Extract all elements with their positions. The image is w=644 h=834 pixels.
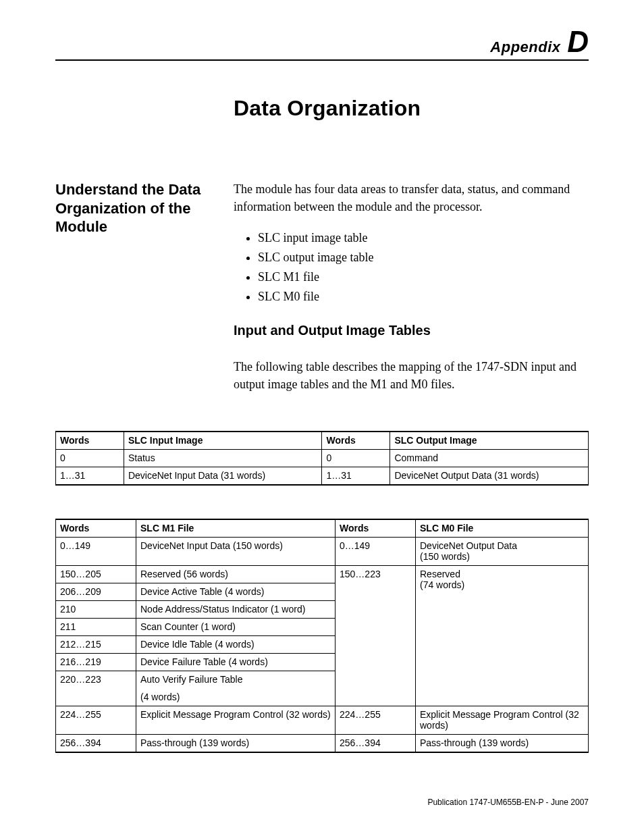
table-cell: Device Active Table (4 words) [136,583,336,601]
table-cell: Command [390,450,589,467]
table-cell-line: Reserved [420,569,460,579]
table-cell: 256…394 [56,735,136,753]
table-cell: Explicit Message Program Control (32 wor… [416,706,589,735]
table-cell-line: (150 words) [420,551,470,562]
section-body: The module has four data areas to transf… [234,180,587,308]
table-cell: Pass-through (139 words) [416,735,589,753]
table-cell-line: DeviceNet Output Data [420,540,517,551]
table-header: Words [322,432,390,450]
table-cell-line: (74 words) [420,579,464,590]
table-header: SLC M1 File [136,519,336,538]
table-cell: 212…215 [56,636,136,654]
table-cell: Node Address/Status Indicator (1 word) [136,601,336,619]
bullet-item: SLC input image table [258,229,587,246]
table-cell: 1…31 [322,467,390,486]
table-cell: Scan Counter (1 word) [136,619,336,636]
table-cell: 206…209 [56,583,136,601]
table-cell: Pass-through (139 words) [136,735,336,753]
section-heading: Understand the Data Organization of the … [55,180,224,236]
appendix-word: Appendix [490,38,560,55]
table-io-image: Words SLC Input Image Words SLC Output I… [55,431,589,486]
table-cell: 224…255 [56,706,136,735]
table-cell-line: Auto Verify Failure Table [140,674,243,685]
table-header: Words [56,519,136,538]
table-cell: Device Idle Table (4 words) [136,636,336,654]
table-cell: Explicit Message Program Control (32 wor… [136,706,336,735]
table-cell: 150…205 [56,566,136,583]
table-cell: 211 [56,619,136,636]
table-header: SLC M0 File [416,519,589,538]
table-cell: 224…255 [336,706,416,735]
bullet-item: SLC output image table [258,249,587,266]
table-cell: Reserved (74 words) [416,566,589,706]
table-cell-line: (4 words) [140,692,331,702]
header-rule: Appendix D [55,32,589,61]
table-cell: 150…223 [336,566,416,706]
subsection-heading: Input and Output Image Tables [234,323,431,338]
appendix-label: Appendix D [490,27,589,57]
table-cell: 210 [56,601,136,619]
appendix-letter: D [567,25,589,58]
footer-text: Publication 1747-UM655B-EN-P - June 2007 [427,798,589,807]
chapter-title: Data Organization [234,96,421,121]
table-header: SLC Output Image [390,432,589,450]
table-cell: 1…31 [56,467,124,486]
table-cell: DeviceNet Output Data (31 words) [390,467,589,486]
table-cell: DeviceNet Input Data (31 words) [124,467,322,486]
table-header: Words [336,519,416,538]
table-cell: DeviceNet Output Data (150 words) [416,538,589,566]
bullet-item: SLC M1 file [258,268,587,286]
table-cell: Auto Verify Failure Table (4 words) [136,671,336,706]
table-m-files: Words SLC M1 File Words SLC M0 File 0…14… [55,519,589,753]
section-intro: The module has four data areas to transf… [234,180,587,215]
table-cell: 0…149 [336,538,416,566]
table-cell: 0 [56,450,124,467]
table-cell: Device Failure Table (4 words) [136,654,336,671]
table-cell: 0…149 [56,538,136,566]
table-cell: DeviceNet Input Data (150 words) [136,538,336,566]
table-cell: 220…223 [56,671,136,706]
table-cell: Status [124,450,322,467]
subsection-body: The following table describes the mappin… [234,358,587,393]
table-cell: Reserved (56 words) [136,566,336,583]
table-cell: 256…394 [336,735,416,753]
table-cell: 216…219 [56,654,136,671]
table-header: SLC Input Image [124,432,322,450]
section-bullets: SLC input image table SLC output image t… [234,229,587,305]
table-cell: 0 [322,450,390,467]
table-header: Words [56,432,124,450]
bullet-item: SLC M0 file [258,288,587,305]
